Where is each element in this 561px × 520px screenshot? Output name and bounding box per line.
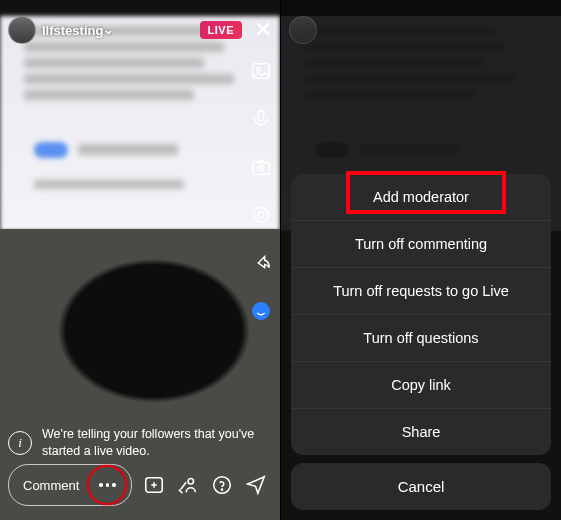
background-blur-top [0,16,280,231]
live-tools-rail [248,58,274,324]
more-options-button[interactable] [93,471,121,499]
cancel-button[interactable]: Cancel [291,463,551,510]
action-sheet: Add moderator Turn off commenting Turn o… [291,174,551,510]
more-options-sheet-screen: Add moderator Turn off commenting Turn o… [281,0,561,520]
svg-point-8 [263,308,265,310]
svg-rect-0 [253,64,270,79]
menu-turn-off-requests[interactable]: Turn off requests to go Live [291,267,551,314]
menu-turn-off-commenting[interactable]: Turn off commenting [291,220,551,267]
add-media-icon[interactable] [142,473,166,497]
image-icon[interactable] [248,58,274,84]
effects-icon[interactable] [248,202,274,228]
svg-rect-2 [258,111,264,121]
live-header: llfstesting ⌄ LIVE ✕ [8,16,272,44]
svg-point-7 [257,308,259,310]
menu-add-moderator[interactable]: Add moderator [291,174,551,220]
mic-icon[interactable] [248,106,274,132]
avatar [289,16,317,44]
svg-point-4 [254,208,269,223]
menu-copy-link[interactable]: Copy link [291,361,551,408]
share-arrow-icon[interactable] [248,250,274,276]
svg-point-5 [258,212,264,218]
question-icon[interactable] [210,473,234,497]
info-icon: i [8,431,32,455]
username-label[interactable]: llfstesting ⌄ [42,23,114,38]
close-icon[interactable]: ✕ [254,19,272,41]
comment-input[interactable]: Comment [23,478,79,493]
live-header-dimmed [289,16,553,44]
comment-pill: Comment [8,464,132,506]
menu-turn-off-questions[interactable]: Turn off questions [291,314,551,361]
svg-point-10 [188,479,194,485]
live-badge: LIVE [200,21,242,39]
avatar[interactable] [8,16,36,44]
toast-text: We're telling your followers that you've… [42,426,272,460]
svg-point-6 [253,303,270,320]
live-broadcast-screen: llfstesting ⌄ LIVE ✕ i We're telling you… [0,0,280,520]
svg-point-12 [222,489,223,490]
svg-rect-3 [253,162,270,174]
annotation-highlight-circle [87,465,127,505]
live-bottom-bar: Comment [8,464,272,506]
send-icon[interactable] [244,473,268,497]
camera-flip-icon[interactable] [248,154,274,180]
reaction-icon[interactable] [248,298,274,324]
chevron-down-icon: ⌄ [103,22,114,37]
broadcast-started-toast: i We're telling your followers that you'… [8,426,272,460]
menu-share[interactable]: Share [291,408,551,455]
invite-guest-icon[interactable] [176,473,200,497]
svg-point-1 [256,67,260,71]
action-sheet-menu: Add moderator Turn off commenting Turn o… [291,174,551,455]
